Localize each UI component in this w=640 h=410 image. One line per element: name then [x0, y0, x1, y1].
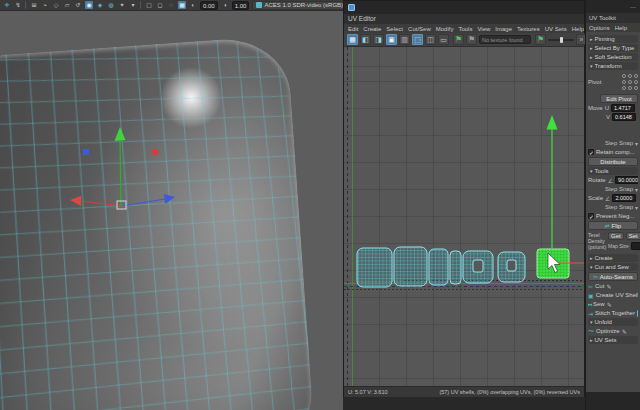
section-soft-selection[interactable]: Soft Selection	[588, 53, 638, 61]
section-unfold[interactable]: Unfold	[588, 318, 638, 326]
snap-point-icon[interactable]: ◇	[52, 1, 60, 9]
uv-border-display-icon[interactable]: ▣	[386, 34, 397, 45]
section-select-by-type[interactable]: Select By Type	[588, 44, 638, 52]
stitch-together-row[interactable]: Stitch Together	[588, 309, 638, 317]
uv-shell[interactable]	[394, 247, 427, 286]
wireframe-on-shaded-icon[interactable]: ◈	[96, 1, 104, 9]
tool-options-pencil-icon[interactable]	[607, 301, 612, 308]
section-cut-and-sew[interactable]: Cut and Sew	[588, 263, 638, 271]
uv-shell[interactable]	[463, 251, 493, 283]
move-u-field[interactable]: 1.4717	[611, 104, 635, 112]
exposure-icon[interactable]: ◐	[189, 1, 197, 9]
prevent-negative-checkbox[interactable]	[588, 213, 594, 219]
texel-set-button[interactable]: Set	[626, 232, 640, 240]
section-create[interactable]: Create	[588, 254, 638, 262]
move-v-field[interactable]: 0.6148	[612, 113, 636, 121]
pivot-radio[interactable]	[622, 74, 626, 78]
uv-shell[interactable]	[429, 249, 448, 285]
uv-brightness-slider[interactable]	[548, 39, 574, 41]
texel-get-button[interactable]: Get	[608, 232, 624, 240]
create-uv-shell-row[interactable]: Create UV Shell	[588, 291, 638, 299]
flip-button[interactable]: Flip	[588, 221, 638, 230]
exposure-field[interactable]: 0.00	[200, 1, 218, 10]
menu-view[interactable]: View	[477, 26, 490, 32]
rotate-step-snap[interactable]: Step Snap	[588, 185, 638, 193]
menu-create[interactable]: Create	[363, 26, 381, 32]
shading-smooth-icon[interactable]: ◉	[85, 1, 93, 9]
retain-checkbox[interactable]	[588, 149, 594, 155]
snap-grid-icon[interactable]: ⊞	[30, 1, 38, 9]
uv-flag-on-icon[interactable]	[453, 34, 464, 45]
scale-step-snap[interactable]: Step Snap	[588, 203, 638, 211]
3d-viewport[interactable]: ✛ ↯ ⊞ ⌁ ◇ ▱ ↺ ◉ ◈ ◍ ✦ ▾ ▢ ◻ ◌ ▦ ◐ 0.00 ◑…	[0, 0, 343, 410]
section-uv-sets[interactable]: UV Sets	[588, 336, 638, 344]
gamma-icon[interactable]: ◑	[221, 1, 229, 9]
section-transform[interactable]: Transform	[588, 62, 638, 70]
toolkit-help-menu[interactable]: Help	[615, 25, 627, 31]
lighting-icon[interactable]: ✦	[118, 1, 126, 9]
cut-tool-row[interactable]: Cut	[588, 282, 638, 290]
uv-dim-image-icon[interactable]: ◫	[425, 34, 436, 45]
gamma-field[interactable]: 1.00	[232, 1, 250, 10]
section-tools[interactable]: Tools	[588, 167, 638, 175]
menu-textures[interactable]: Textures	[517, 26, 540, 32]
pivot-radio[interactable]	[622, 86, 626, 90]
menu-cutsew[interactable]: Cut/Sew	[408, 26, 431, 32]
shadows-icon[interactable]: ▾	[129, 1, 137, 9]
uv-shell[interactable]	[357, 248, 392, 287]
textured-mode-icon[interactable]: ◍	[107, 1, 115, 9]
menu-image[interactable]: Image	[495, 26, 512, 32]
pivot-radio[interactable]	[634, 86, 638, 90]
uv-distortion-icon[interactable]: ◨	[373, 34, 384, 45]
uv-shell-select-icon[interactable]: ◧	[360, 34, 371, 45]
history-icon[interactable]: ↺	[74, 1, 82, 9]
map-size-field[interactable]	[631, 242, 640, 250]
tool-options-pencil-icon[interactable]	[622, 328, 627, 335]
distribute-button[interactable]: Distribute	[588, 157, 638, 166]
pivot-radio[interactable]	[622, 80, 626, 84]
pivot-radio[interactable]	[628, 80, 632, 84]
select-tool-icon[interactable]: ✛	[3, 1, 11, 9]
resolution-gate-icon[interactable]: ◻	[156, 1, 164, 9]
uv-editor-window-titlebar[interactable]	[344, 1, 584, 14]
isolate-select-icon[interactable]: ◌	[167, 1, 175, 9]
optimize-row[interactable]: Optimize	[588, 327, 638, 335]
uv-checker-icon[interactable]: ▥	[399, 34, 410, 45]
uv-image-ratio-icon[interactable]: ▭	[438, 34, 449, 45]
pivot-radio[interactable]	[634, 80, 638, 84]
lasso-tool-icon[interactable]: ↯	[14, 1, 22, 9]
colorspace-dropdown[interactable]: ACES 1.0 SDR-video (sRGB)	[252, 1, 343, 10]
menu-help[interactable]: Help	[572, 26, 584, 32]
rotate-field[interactable]: 90.0000	[615, 176, 638, 184]
uv-grid-canvas[interactable]	[344, 47, 584, 386]
pivot-radio[interactable]	[634, 74, 638, 78]
panel-menu-icon[interactable]	[630, 4, 636, 10]
menu-tools[interactable]: Tools	[458, 26, 472, 32]
uv-shell[interactable]	[498, 252, 525, 282]
scale-field[interactable]: 2.0000	[612, 194, 636, 202]
tool-options-pencil-icon[interactable]	[606, 283, 611, 290]
xray-mode-icon[interactable]: ▦	[178, 1, 186, 9]
snap-plane-icon[interactable]: ▱	[63, 1, 71, 9]
menu-select[interactable]: Select	[386, 26, 403, 32]
polygon-cube-mesh[interactable]	[0, 35, 317, 410]
move-step-snap[interactable]: Step Snap	[588, 139, 638, 147]
camera-icon[interactable]: ▢	[145, 1, 153, 9]
snap-curve-icon[interactable]: ⌁	[41, 1, 49, 9]
menu-edit[interactable]: Edit	[348, 26, 358, 32]
section-pinning[interactable]: Pinning	[588, 35, 638, 43]
uv-texture-display-icon[interactable]: ⬚	[412, 34, 423, 45]
toolkit-options-menu[interactable]: Options	[589, 25, 610, 31]
sew-tool-row[interactable]: Sew	[588, 300, 638, 308]
edit-pivot-button[interactable]: Edit Pivot	[600, 94, 638, 103]
auto-seams-button[interactable]: Auto-Seams	[588, 272, 638, 281]
texture-search-field[interactable]: No texture found	[479, 35, 531, 44]
pivot-radio[interactable]	[628, 86, 632, 90]
uv-isolate-icon[interactable]	[535, 34, 546, 45]
uv-shell[interactable]	[450, 251, 461, 284]
pivot-radio[interactable]	[628, 74, 632, 78]
menu-uvsets[interactable]: UV Sets	[545, 26, 567, 32]
slider-handle[interactable]	[560, 37, 563, 43]
menu-modify[interactable]: Modify	[436, 26, 454, 32]
uv-flag-off-icon[interactable]	[466, 34, 477, 45]
